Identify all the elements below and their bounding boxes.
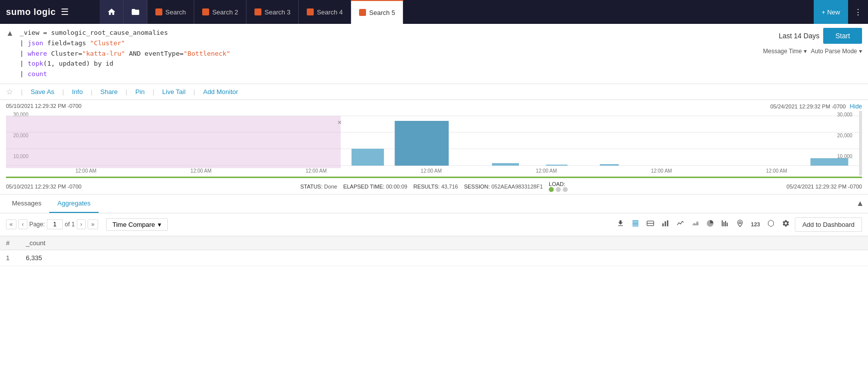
time-range-row: Last 14 Days Start — [673, 28, 862, 44]
chart-section: 05/10/2021 12:29:32 PM -0700 05/24/2021 … — [0, 100, 868, 194]
page-label: Page: — [29, 221, 45, 228]
table-cell-num: 1 — [0, 250, 20, 266]
status-right-timestamp: 05/24/2021 12:29:32 PM -0700 — [786, 184, 862, 190]
tab-search5[interactable]: Search 5 — [351, 0, 403, 24]
chart-tools: 123 Add to Dashboard — [615, 217, 862, 232]
pie-chart-button[interactable] — [704, 218, 716, 230]
page-input[interactable] — [47, 219, 63, 229]
next-page-button[interactable]: › — [77, 219, 86, 229]
col-header-count: _count — [20, 236, 868, 250]
bar-chart-button[interactable] — [659, 218, 671, 230]
share-button[interactable]: Share — [101, 88, 118, 96]
query-line-5: | count — [20, 69, 667, 80]
tab-search3[interactable]: Search 3 — [247, 0, 299, 24]
tab-search4[interactable]: Search 4 — [299, 0, 351, 24]
last-page-button[interactable]: » — [88, 219, 98, 229]
live-tail-button[interactable]: Live Tail — [162, 88, 186, 96]
honeycomb-button[interactable] — [765, 218, 777, 230]
time-compare-button[interactable]: Time Compare ▾ — [106, 218, 168, 231]
top-navigation: sumo logic ☰ Search Search 2 Search 3 Se… — [0, 0, 868, 24]
tab-search1-icon — [155, 8, 162, 15]
auto-parse-mode-select[interactable]: Auto Parse Mode ▾ — [811, 48, 862, 55]
tab-aggregates[interactable]: Aggregates — [49, 194, 99, 213]
first-page-button[interactable]: « — [6, 219, 16, 229]
query-controls: Last 14 Days Start Message Time ▾ Auto P… — [673, 28, 862, 80]
svg-rect-7 — [546, 165, 567, 166]
svg-rect-8 — [600, 164, 619, 166]
status-left-timestamp: 05/10/2021 12:29:32 PM -0700 — [6, 184, 82, 190]
hamburger-icon[interactable]: ☰ — [61, 6, 69, 17]
logo-area: sumo logic ☰ — [0, 0, 100, 24]
tab-search2[interactable]: Search 2 — [194, 0, 247, 24]
results-toolbar: « ‹ Page: of 1 › » Time Compare ▾ — [0, 213, 868, 236]
main-content: ▲ _view = sumologic_root_cause_anomalies… — [0, 24, 868, 387]
start-button[interactable]: Start — [823, 28, 862, 44]
status-center: STATUS: Done ELAPSED TIME: 00:00:09 RESU… — [300, 181, 568, 192]
info-button[interactable]: Info — [72, 88, 83, 96]
add-monitor-button[interactable]: Add Monitor — [203, 88, 238, 96]
pin-button[interactable]: Pin — [135, 88, 145, 96]
status-progress-bar — [6, 177, 862, 178]
chart-timestamps: 05/10/2021 12:29:32 PM -0700 05/24/2021 … — [6, 100, 862, 111]
svg-rect-6 — [492, 163, 519, 166]
svg-rect-14 — [667, 220, 668, 226]
chart-selection-close[interactable]: × — [338, 119, 342, 126]
new-button[interactable]: + New — [814, 0, 848, 24]
area-chart-button[interactable] — [689, 218, 701, 230]
map-button[interactable] — [734, 218, 746, 230]
svg-rect-18 — [725, 221, 726, 227]
single-row-button[interactable] — [644, 218, 656, 230]
svg-rect-13 — [665, 221, 666, 226]
tab-messages[interactable]: Messages — [4, 194, 49, 213]
save-as-button[interactable]: Save As — [30, 88, 54, 96]
more-options-button[interactable]: ⋮ — [848, 0, 868, 24]
add-to-dashboard-button[interactable]: Add to Dashboard — [795, 217, 862, 232]
chart-hide-button[interactable]: Hide — [850, 103, 862, 110]
svg-rect-17 — [724, 222, 725, 227]
query-line-3: | where Cluster="katta-lru" AND eventTyp… — [20, 49, 667, 59]
load-indicator — [549, 187, 568, 192]
line-chart-button[interactable] — [674, 218, 686, 230]
query-section: ▲ _view = sumologic_root_cause_anomalies… — [0, 24, 868, 84]
svg-marker-15 — [692, 221, 699, 226]
logo-text: sumo logic — [6, 7, 56, 17]
chart-y-labels-right: 30,000 20,000 10,000 — [837, 111, 862, 176]
svg-rect-16 — [722, 220, 723, 226]
message-time-select[interactable]: Message Time ▾ — [763, 48, 807, 55]
results-tabs: Messages Aggregates ▲ — [0, 194, 868, 213]
svg-rect-19 — [727, 223, 728, 226]
home-button[interactable] — [100, 0, 124, 24]
svg-rect-12 — [662, 223, 664, 226]
chart-start-timestamp: 05/10/2021 12:29:32 PM -0700 — [6, 103, 82, 110]
query-editor[interactable]: _view = sumologic_root_cause_anomalies |… — [20, 28, 667, 80]
tab-search1[interactable]: Search — [147, 0, 194, 24]
collapse-query-button[interactable]: ▲ — [6, 28, 14, 80]
export-button[interactable] — [615, 218, 626, 230]
number-view-button[interactable]: 123 — [749, 220, 762, 228]
chart-end-timestamp: 05/24/2021 12:29:32 PM -0700 — [770, 103, 846, 109]
tab-search5-icon — [359, 9, 366, 16]
multiaxis-button[interactable] — [719, 218, 731, 230]
svg-rect-5 — [395, 121, 449, 166]
settings-button[interactable] — [780, 218, 792, 230]
tab-search3-icon — [254, 8, 261, 15]
svg-marker-21 — [768, 220, 774, 227]
folder-button[interactable] — [124, 0, 147, 24]
table-cell-count: 6,335 — [20, 250, 868, 266]
page-of-label: of 1 — [65, 221, 75, 228]
tabs-area: Search Search 2 Search 3 Search 4 Search… — [147, 0, 812, 24]
chart-x-labels: 12:00 AM 12:00 AM 12:00 AM 12:00 AM 12:0… — [28, 168, 834, 176]
page-navigation: « ‹ Page: of 1 › » — [6, 219, 98, 229]
svg-point-20 — [739, 222, 741, 224]
col-header-hash: # — [0, 236, 20, 250]
favorite-button[interactable]: ☆ — [6, 87, 13, 97]
results-section: Messages Aggregates ▲ « ‹ Page: of 1 › »… — [0, 194, 868, 387]
table-row: 1 6,335 — [0, 250, 868, 266]
prev-page-button[interactable]: ‹ — [18, 219, 27, 229]
query-line-1: _view = sumologic_root_cause_anomalies — [20, 28, 667, 38]
chart-svg: × — [6, 111, 859, 176]
load-dot-3 — [563, 187, 568, 192]
collapse-results-button[interactable]: ▲ — [856, 199, 864, 208]
table-view-button[interactable] — [629, 218, 641, 230]
tab-search4-icon — [307, 8, 314, 15]
